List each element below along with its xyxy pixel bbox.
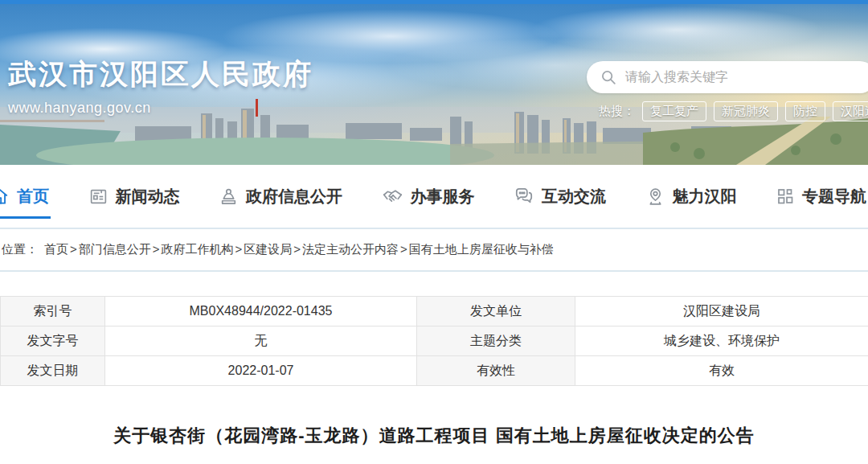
breadcrumb-item[interactable]: 首页 <box>44 242 68 257</box>
table-row: 发文字号 无 主题分类 城乡建设、环境保护 <box>1 326 868 356</box>
nav-item-label: 新闻动态 <box>116 186 180 207</box>
meta-label-issue-date: 发文日期 <box>1 356 105 386</box>
breadcrumb: 位置： 首页 部门信息公开 政府工作机构 区建设局 法定主动公开内容 国有土地上… <box>0 228 868 272</box>
meta-label-index-no: 索引号 <box>1 297 105 326</box>
breadcrumb-item[interactable]: 部门信息公开 <box>68 242 151 257</box>
breadcrumb-label: 位置： <box>2 242 38 257</box>
meta-value-validity: 有效 <box>575 356 868 386</box>
chat-icon <box>514 186 534 207</box>
news-icon <box>88 187 108 207</box>
nav-item-label: 互动交流 <box>542 186 606 207</box>
site-title: 武汉市汉阳区人民政府 <box>8 55 313 93</box>
hot-search-tag[interactable]: 汉阳造 <box>833 101 868 121</box>
nav-item-label: 办事服务 <box>411 186 475 207</box>
site-logo[interactable]: 武汉市汉阳区人民政府 www.hanyang.gov.cn <box>8 55 313 117</box>
meta-label-validity: 有效性 <box>417 356 575 386</box>
breadcrumb-item[interactable]: 区建设局 <box>234 242 293 257</box>
meta-label-doc-no: 发文字号 <box>1 326 105 356</box>
meta-label-issuing-unit: 发文单位 <box>417 297 575 326</box>
hot-search-tag[interactable]: 复工复产 <box>642 101 706 121</box>
handshake-icon <box>382 186 403 207</box>
hot-search-tag[interactable]: 防控 <box>785 101 825 121</box>
pin-icon <box>645 187 665 207</box>
nav-item-topics[interactable]: 专题导航 <box>776 165 866 228</box>
nav-item-services[interactable]: 办事服务 <box>382 165 475 228</box>
header-banner: 武汉市汉阳区人民政府 www.hanyang.gov.cn 热搜： 复工复产 新… <box>0 4 868 165</box>
meta-value-issuing-unit: 汉阳区建设局 <box>575 297 868 326</box>
table-row: 索引号 MB0X48944/2022-01435 发文单位 汉阳区建设局 <box>1 297 868 326</box>
article-title: 关于银杏街（花园湾路-玉龙路）道路工程项目 国有土地上房屋征收决定的公告 <box>0 424 868 448</box>
nav-item-label: 专题导航 <box>802 186 866 207</box>
search-input[interactable] <box>625 70 863 84</box>
seal-icon <box>219 187 239 207</box>
nav-item-home[interactable]: 首页 <box>0 165 49 228</box>
nav-item-charm-hanyang[interactable]: 魅力汉阳 <box>645 165 737 228</box>
nav-item-interaction[interactable]: 互动交流 <box>514 165 606 228</box>
hot-search-tag[interactable]: 新冠肺炎 <box>714 101 778 121</box>
nav-item-gov-info[interactable]: 政府信息公开 <box>219 165 342 228</box>
nav-item-label: 魅力汉阳 <box>673 186 737 207</box>
meta-value-index-no: MB0X48944/2022-01435 <box>105 297 417 326</box>
breadcrumb-item[interactable]: 国有土地上房屋征收与补偿 <box>399 242 554 257</box>
table-row: 发文日期 2022-01-07 有效性 有效 <box>1 356 868 386</box>
search-icon <box>600 68 617 86</box>
breadcrumb-item[interactable]: 法定主动公开内容 <box>292 242 399 257</box>
doc-meta-table: 索引号 MB0X48944/2022-01435 发文单位 汉阳区建设局 发文字… <box>0 296 868 386</box>
search-box[interactable] <box>587 61 868 93</box>
meta-value-topic-category: 城乡建设、环境保护 <box>575 326 868 356</box>
meta-value-doc-no: 无 <box>105 326 417 356</box>
hot-search-bar: 热搜： 复工复产 新冠肺炎 防控 汉阳造 <box>599 101 860 121</box>
meta-label-topic-category: 主题分类 <box>417 326 575 356</box>
grid-icon <box>776 187 795 206</box>
search-area <box>587 61 868 93</box>
nav-item-label: 首页 <box>17 186 49 207</box>
hot-search-label: 热搜： <box>599 104 635 119</box>
meta-value-issue-date: 2022-01-07 <box>105 356 417 386</box>
site-url: www.hanyang.gov.cn <box>8 100 313 117</box>
nav-item-label: 政府信息公开 <box>246 186 342 207</box>
nav-item-news[interactable]: 新闻动态 <box>88 165 180 228</box>
page: 武汉市汉阳区人民政府 www.hanyang.gov.cn 热搜： 复工复产 新… <box>0 0 868 464</box>
breadcrumb-item[interactable]: 政府工作机构 <box>151 242 234 257</box>
home-icon <box>0 186 10 207</box>
main-nav: 首页 新闻动态 政府信息公开 <box>0 165 868 228</box>
